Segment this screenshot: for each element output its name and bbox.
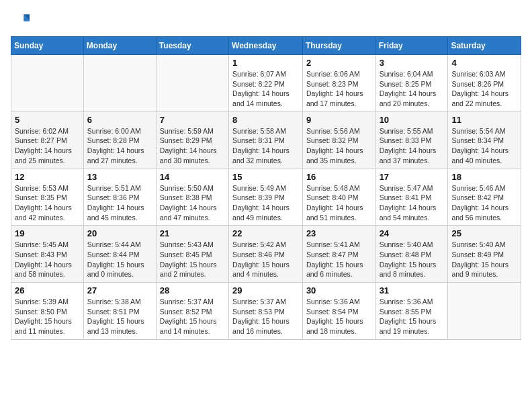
calendar-cell: 30Sunrise: 5:36 AMSunset: 8:54 PMDayligh… (302, 283, 375, 340)
day-info: Sunrise: 6:07 AMSunset: 8:22 PMDaylight:… (232, 69, 299, 109)
day-info: Sunrise: 5:40 AMSunset: 8:49 PMDaylight:… (451, 240, 517, 279)
calendar-cell: 8Sunrise: 5:58 AMSunset: 8:31 PMDaylight… (229, 111, 303, 169)
calendar-cell: 3Sunrise: 6:04 AMSunset: 8:25 PMDaylight… (375, 55, 448, 112)
day-number: 29 (232, 285, 299, 295)
calendar-cell: 21Sunrise: 5:43 AMSunset: 8:45 PMDayligh… (156, 226, 228, 283)
day-info: Sunrise: 5:37 AMSunset: 8:52 PMDaylight:… (160, 297, 225, 336)
calendar-cell: 7Sunrise: 5:59 AMSunset: 8:29 PMDaylight… (156, 111, 228, 169)
calendar-cell: 4Sunrise: 6:03 AMSunset: 8:26 PMDaylight… (448, 55, 521, 112)
logo-icon (11, 11, 30, 30)
calendar-cell (83, 55, 156, 112)
calendar-cell: 28Sunrise: 5:37 AMSunset: 8:52 PMDayligh… (156, 283, 228, 340)
day-info: Sunrise: 5:41 AMSunset: 8:47 PMDaylight:… (306, 240, 372, 279)
calendar-cell: 16Sunrise: 5:48 AMSunset: 8:40 PMDayligh… (302, 169, 375, 226)
calendar-cell: 22Sunrise: 5:42 AMSunset: 8:46 PMDayligh… (229, 226, 303, 283)
day-info: Sunrise: 5:43 AMSunset: 8:45 PMDaylight:… (160, 240, 225, 279)
day-info: Sunrise: 6:06 AMSunset: 8:23 PMDaylight:… (306, 69, 372, 109)
calendar-cell: 24Sunrise: 5:40 AMSunset: 8:48 PMDayligh… (375, 226, 448, 283)
calendar-cell: 11Sunrise: 5:54 AMSunset: 8:34 PMDayligh… (448, 111, 521, 169)
calendar-cell: 31Sunrise: 5:36 AMSunset: 8:55 PMDayligh… (375, 283, 448, 340)
day-number: 14 (160, 172, 225, 182)
day-info: Sunrise: 5:53 AMSunset: 8:35 PMDaylight:… (15, 183, 80, 223)
day-number: 24 (380, 228, 445, 238)
calendar-cell: 27Sunrise: 5:38 AMSunset: 8:51 PMDayligh… (83, 283, 156, 340)
page-header (11, 11, 521, 30)
day-info: Sunrise: 5:58 AMSunset: 8:31 PMDaylight:… (232, 126, 299, 166)
day-number: 9 (306, 115, 372, 125)
day-info: Sunrise: 5:42 AMSunset: 8:46 PMDaylight:… (232, 240, 299, 279)
day-info: Sunrise: 6:00 AMSunset: 8:28 PMDaylight:… (87, 126, 152, 166)
day-number: 11 (451, 115, 517, 125)
day-number: 20 (87, 228, 152, 238)
day-info: Sunrise: 5:54 AMSunset: 8:34 PMDaylight:… (451, 126, 517, 166)
day-number: 7 (160, 115, 225, 125)
calendar-cell: 20Sunrise: 5:44 AMSunset: 8:44 PMDayligh… (83, 226, 156, 283)
day-info: Sunrise: 5:47 AMSunset: 8:41 PMDaylight:… (380, 183, 445, 223)
day-info: Sunrise: 5:38 AMSunset: 8:51 PMDaylight:… (87, 297, 152, 336)
day-number: 2 (306, 58, 372, 68)
calendar-cell: 26Sunrise: 5:39 AMSunset: 8:50 PMDayligh… (11, 283, 84, 340)
day-number: 22 (232, 228, 299, 238)
calendar-cell: 18Sunrise: 5:46 AMSunset: 8:42 PMDayligh… (448, 169, 521, 226)
day-number: 21 (160, 228, 225, 238)
day-info: Sunrise: 5:37 AMSunset: 8:53 PMDaylight:… (232, 297, 299, 336)
calendar-cell: 23Sunrise: 5:41 AMSunset: 8:47 PMDayligh… (302, 226, 375, 283)
calendar-cell (11, 55, 84, 112)
weekday-header: Saturday (448, 37, 521, 55)
day-number: 27 (87, 285, 152, 295)
day-number: 8 (232, 115, 299, 125)
calendar-cell: 15Sunrise: 5:49 AMSunset: 8:39 PMDayligh… (229, 169, 303, 226)
day-number: 25 (451, 228, 517, 238)
calendar-cell: 12Sunrise: 5:53 AMSunset: 8:35 PMDayligh… (11, 169, 84, 226)
calendar-cell (448, 283, 521, 340)
calendar-cell (156, 55, 228, 112)
day-number: 6 (87, 115, 152, 125)
day-number: 23 (306, 228, 372, 238)
day-number: 19 (15, 228, 80, 238)
weekday-header: Tuesday (156, 37, 228, 55)
weekday-header: Thursday (302, 37, 375, 55)
day-info: Sunrise: 6:04 AMSunset: 8:25 PMDaylight:… (380, 69, 445, 109)
calendar-cell: 19Sunrise: 5:45 AMSunset: 8:43 PMDayligh… (11, 226, 84, 283)
calendar-table: SundayMondayTuesdayWednesdayThursdayFrid… (11, 36, 521, 340)
weekday-header: Sunday (11, 37, 84, 55)
day-info: Sunrise: 5:36 AMSunset: 8:54 PMDaylight:… (306, 297, 372, 336)
day-info: Sunrise: 5:45 AMSunset: 8:43 PMDaylight:… (15, 240, 80, 279)
day-number: 13 (87, 172, 152, 182)
calendar-cell: 2Sunrise: 6:06 AMSunset: 8:23 PMDaylight… (302, 55, 375, 112)
day-number: 26 (15, 285, 80, 295)
day-info: Sunrise: 5:48 AMSunset: 8:40 PMDaylight:… (306, 183, 372, 223)
day-info: Sunrise: 5:56 AMSunset: 8:32 PMDaylight:… (306, 126, 372, 166)
day-info: Sunrise: 5:39 AMSunset: 8:50 PMDaylight:… (15, 297, 80, 336)
day-number: 31 (380, 285, 445, 295)
day-info: Sunrise: 6:02 AMSunset: 8:27 PMDaylight:… (15, 126, 80, 166)
day-info: Sunrise: 5:51 AMSunset: 8:36 PMDaylight:… (87, 183, 152, 223)
calendar-cell: 17Sunrise: 5:47 AMSunset: 8:41 PMDayligh… (375, 169, 448, 226)
calendar-cell: 13Sunrise: 5:51 AMSunset: 8:36 PMDayligh… (83, 169, 156, 226)
day-info: Sunrise: 5:50 AMSunset: 8:38 PMDaylight:… (160, 183, 225, 223)
day-info: Sunrise: 5:46 AMSunset: 8:42 PMDaylight:… (451, 183, 517, 223)
day-number: 16 (306, 172, 372, 182)
day-info: Sunrise: 6:03 AMSunset: 8:26 PMDaylight:… (451, 69, 517, 109)
weekday-header: Friday (375, 37, 448, 55)
day-info: Sunrise: 5:55 AMSunset: 8:33 PMDaylight:… (380, 126, 445, 166)
calendar-cell: 5Sunrise: 6:02 AMSunset: 8:27 PMDaylight… (11, 111, 84, 169)
day-number: 30 (306, 285, 372, 295)
calendar-cell: 6Sunrise: 6:00 AMSunset: 8:28 PMDaylight… (83, 111, 156, 169)
calendar-cell: 1Sunrise: 6:07 AMSunset: 8:22 PMDaylight… (229, 55, 303, 112)
day-number: 17 (380, 172, 445, 182)
day-number: 10 (380, 115, 445, 125)
day-number: 3 (380, 58, 445, 68)
weekday-header: Monday (83, 37, 156, 55)
day-info: Sunrise: 5:59 AMSunset: 8:29 PMDaylight:… (160, 126, 225, 166)
calendar-cell: 29Sunrise: 5:37 AMSunset: 8:53 PMDayligh… (229, 283, 303, 340)
day-info: Sunrise: 5:44 AMSunset: 8:44 PMDaylight:… (87, 240, 152, 279)
logo (11, 11, 32, 30)
calendar-cell: 10Sunrise: 5:55 AMSunset: 8:33 PMDayligh… (375, 111, 448, 169)
day-number: 12 (15, 172, 80, 182)
day-info: Sunrise: 5:49 AMSunset: 8:39 PMDaylight:… (232, 183, 299, 223)
day-number: 1 (232, 58, 299, 68)
day-number: 15 (232, 172, 299, 182)
day-number: 18 (451, 172, 517, 182)
calendar-cell: 25Sunrise: 5:40 AMSunset: 8:49 PMDayligh… (448, 226, 521, 283)
